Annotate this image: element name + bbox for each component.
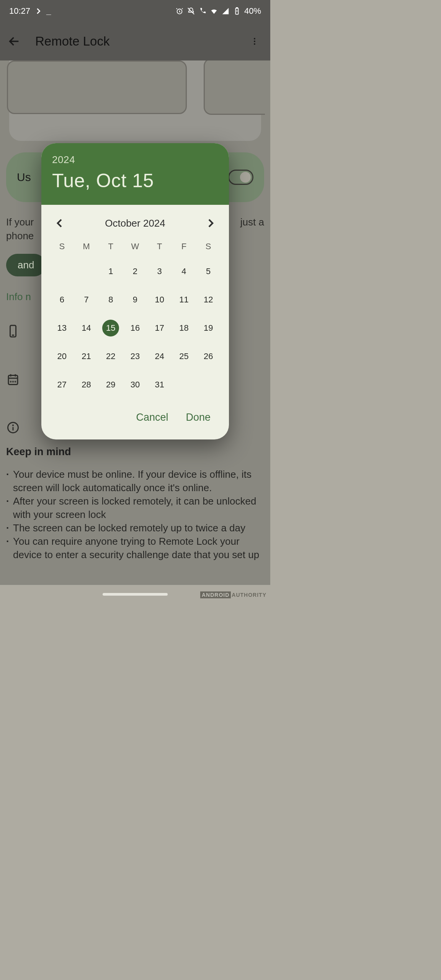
calendar-day[interactable]: 25 xyxy=(175,348,192,365)
calendar-day[interactable]: 21 xyxy=(78,348,95,365)
selected-date: Tue, Oct 15 xyxy=(52,170,218,192)
day-of-week: M xyxy=(74,242,99,252)
calendar-day[interactable]: 22 xyxy=(102,348,119,365)
day-of-week: W xyxy=(123,242,147,252)
selected-year[interactable]: 2024 xyxy=(52,154,218,166)
done-button[interactable]: Done xyxy=(186,412,211,423)
cancel-button[interactable]: Cancel xyxy=(136,412,168,423)
day-of-week: S xyxy=(50,242,74,252)
calendar-day[interactable]: 12 xyxy=(200,291,217,308)
month-nav: October 2024 xyxy=(47,212,224,238)
calendar-day[interactable]: 16 xyxy=(127,320,144,336)
calendar-day[interactable]: 24 xyxy=(151,348,168,365)
calendar-day[interactable]: 20 xyxy=(54,348,70,365)
calendar-day[interactable]: 13 xyxy=(54,320,70,336)
calendar-day[interactable]: 26 xyxy=(200,348,217,365)
day-of-week: T xyxy=(147,242,172,252)
calendar-day[interactable]: 6 xyxy=(54,291,70,308)
dialog-actions: Cancel Done xyxy=(47,396,224,436)
calendar-day[interactable]: 8 xyxy=(102,291,119,308)
calendar-day[interactable]: 28 xyxy=(78,376,95,393)
day-of-week: T xyxy=(98,242,123,252)
watermark-b: AUTHORITY xyxy=(232,592,266,598)
calendar-day[interactable]: 2 xyxy=(127,263,144,280)
watermark-a: ANDROID xyxy=(200,591,231,598)
calendar-day[interactable]: 30 xyxy=(127,376,144,393)
calendar-day[interactable]: 14 xyxy=(78,320,95,336)
calendar-day[interactable]: 3 xyxy=(151,263,168,280)
dialog-body: October 2024 SMTWTFS..123456789101112131… xyxy=(41,205,229,439)
calendar-day[interactable]: 9 xyxy=(127,291,144,308)
dialog-header: 2024 Tue, Oct 15 xyxy=(41,143,229,205)
date-picker-dialog: 2024 Tue, Oct 15 October 2024 SMTWTFS..1… xyxy=(41,143,229,439)
calendar-day[interactable]: 1 xyxy=(102,263,119,280)
calendar-day[interactable]: 17 xyxy=(151,320,168,336)
calendar-day[interactable]: 10 xyxy=(151,291,168,308)
watermark: ANDROIDAUTHORITY xyxy=(200,592,266,598)
day-of-week: F xyxy=(172,242,196,252)
day-of-week: S xyxy=(196,242,220,252)
next-month-button[interactable] xyxy=(204,217,217,229)
calendar-day[interactable]: 31 xyxy=(151,376,168,393)
nav-gesture-pill[interactable] xyxy=(103,593,168,596)
calendar-grid: SMTWTFS..1234567891011121314151617181920… xyxy=(47,238,224,396)
calendar-day[interactable]: 4 xyxy=(175,263,192,280)
calendar-day[interactable]: 15 xyxy=(102,320,119,336)
calendar-day[interactable]: 5 xyxy=(200,263,217,280)
calendar-day[interactable]: 11 xyxy=(175,291,192,308)
calendar-day[interactable]: 18 xyxy=(175,320,192,336)
calendar-day[interactable]: 27 xyxy=(54,376,70,393)
prev-month-button[interactable] xyxy=(54,217,66,229)
calendar-day[interactable]: 23 xyxy=(127,348,144,365)
calendar-day[interactable]: 7 xyxy=(78,291,95,308)
month-title: October 2024 xyxy=(105,217,165,229)
calendar-day[interactable]: 19 xyxy=(200,320,217,336)
calendar-day[interactable]: 29 xyxy=(102,376,119,393)
